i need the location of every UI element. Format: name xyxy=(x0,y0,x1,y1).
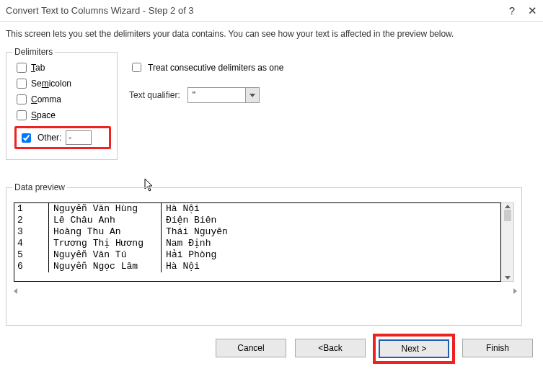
cell: Nguyễn Văn Tú xyxy=(49,249,162,261)
cell: Lê Châu Anh xyxy=(49,215,162,226)
delim-space-checkbox[interactable] xyxy=(17,110,27,120)
cell: 5 xyxy=(14,249,49,261)
text-qualifier-value[interactable] xyxy=(187,87,245,103)
cell: 2 xyxy=(14,215,49,226)
cell: Hà Nội xyxy=(162,203,500,215)
cell: 6 xyxy=(14,261,49,272)
text-qualifier-dropdown-button[interactable] xyxy=(245,87,260,103)
cell: Nam Định xyxy=(162,238,500,249)
table-row: 2Lê Châu AnhĐiện Biên xyxy=(14,215,500,226)
delim-other-row[interactable]: Other: xyxy=(14,126,111,149)
treat-consecutive-row[interactable]: Treat consecutive delimiters as one xyxy=(129,61,283,74)
dialog-buttons: Cancel < Back Next > Finish xyxy=(0,331,543,366)
cell: Trương Thị Hương xyxy=(49,238,162,249)
horizontal-scrollbar[interactable] xyxy=(14,286,517,296)
scroll-left-icon[interactable] xyxy=(14,288,17,294)
back-button[interactable]: < Back xyxy=(295,339,366,357)
scroll-up-icon[interactable] xyxy=(505,205,511,208)
treat-consecutive-checkbox[interactable] xyxy=(132,63,141,72)
window-title: Convert Text to Columns Wizard - Step 2 … xyxy=(6,5,194,16)
vertical-scrollbar[interactable] xyxy=(501,202,514,282)
table-row: 4Trương Thị HươngNam Định xyxy=(14,238,500,249)
delim-comma-checkbox[interactable] xyxy=(17,94,27,104)
delim-comma-row[interactable]: Comma xyxy=(17,94,111,104)
delim-semicolon-row[interactable]: Semicolon xyxy=(17,79,111,89)
treat-consecutive-label: Treat consecutive delimiters as one xyxy=(148,63,283,73)
data-preview-legend: Data preview xyxy=(12,182,67,192)
close-icon[interactable]: ✕ xyxy=(528,4,537,17)
table-row: 6Nguyễn Ngọc LâmHà Nội xyxy=(14,261,500,272)
table-row: 3Hoàng Thu AnThái Nguyên xyxy=(14,226,500,238)
text-qualifier-label: Text qualifier: xyxy=(129,90,180,100)
text-qualifier-select[interactable] xyxy=(187,87,260,103)
finish-button[interactable]: Finish xyxy=(462,339,533,357)
chevron-down-icon xyxy=(250,94,255,97)
cell: 1 xyxy=(14,203,49,215)
scroll-down-icon[interactable] xyxy=(505,276,511,280)
delim-space-row[interactable]: Space xyxy=(17,110,111,120)
scroll-right-icon[interactable] xyxy=(513,288,517,294)
delim-space-label: Space xyxy=(31,110,56,120)
help-icon[interactable]: ? xyxy=(509,4,515,17)
delim-tab-label: Tab xyxy=(31,63,45,73)
cell: 3 xyxy=(14,226,49,238)
scroll-thumb[interactable] xyxy=(504,210,511,221)
delim-semicolon-checkbox[interactable] xyxy=(17,79,27,89)
next-highlight: Next > xyxy=(373,334,455,364)
title-bar: Convert Text to Columns Wizard - Step 2 … xyxy=(0,0,543,22)
cell: Nguyễn Ngọc Lâm xyxy=(49,261,162,272)
cell: Điện Biên xyxy=(162,215,500,226)
delim-other-input[interactable] xyxy=(66,130,92,145)
cell: 4 xyxy=(14,238,49,249)
delim-comma-label: Comma xyxy=(31,94,61,104)
options-right: Treat consecutive delimiters as one Text… xyxy=(129,48,283,110)
cell: Nguyễn Văn Hùng xyxy=(49,203,162,215)
delim-tab-checkbox[interactable] xyxy=(17,63,27,73)
preview-table: 1Nguyễn Văn HùngHà Nội2Lê Châu AnhĐiện B… xyxy=(14,202,501,282)
data-preview-group: Data preview 1Nguyễn Văn HùngHà Nội2Lê C… xyxy=(6,187,522,326)
cell: Thái Nguyên xyxy=(162,226,500,238)
delim-tab-row[interactable]: Tab xyxy=(17,63,111,73)
text-qualifier-row: Text qualifier: xyxy=(129,87,283,103)
delim-other-checkbox[interactable] xyxy=(22,133,31,143)
cell: Hải Phòng xyxy=(162,249,500,261)
delim-semicolon-label: Semicolon xyxy=(31,79,71,89)
window-controls: ? ✕ xyxy=(509,4,537,17)
delim-other-label: Other: xyxy=(37,133,61,143)
table-row: 5Nguyễn Văn TúHải Phòng xyxy=(14,249,500,261)
next-button[interactable]: Next > xyxy=(379,339,449,358)
table-row: 1Nguyễn Văn HùngHà Nội xyxy=(14,203,500,215)
cell: Hà Nội xyxy=(162,261,500,272)
cancel-button[interactable]: Cancel xyxy=(216,339,286,357)
dialog-description: This screen lets you set the delimiters … xyxy=(6,29,537,39)
cell: Hoàng Thu An xyxy=(49,226,162,238)
delimiters-legend: Delimiters xyxy=(12,47,55,57)
delimiters-group: Delimiters Tab Semicolon Comma Space Oth… xyxy=(6,52,118,160)
